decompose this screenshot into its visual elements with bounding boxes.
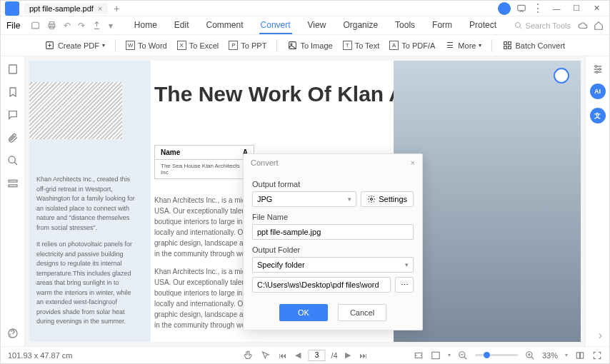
chevron-down-icon[interactable]: ▾ <box>448 352 451 358</box>
batch-convert-button[interactable]: Batch Convert <box>502 41 565 51</box>
gear-icon <box>367 195 376 203</box>
open-icon[interactable] <box>31 21 40 30</box>
page-number-input[interactable] <box>308 350 325 361</box>
view-mode-icon[interactable] <box>431 350 441 360</box>
thumbnails-icon[interactable] <box>7 64 19 75</box>
menu-edit[interactable]: Edit <box>173 17 191 34</box>
user-avatar-icon[interactable] <box>498 2 511 15</box>
bookmarks-icon[interactable] <box>7 86 19 98</box>
svg-rect-22 <box>432 352 440 358</box>
maximize-button[interactable]: ☐ <box>569 2 584 15</box>
convert-toolbar: Create PDF ▾ WTo Word XTo Excel PTo PPT … <box>1 35 609 56</box>
select-tool-icon[interactable] <box>259 350 271 360</box>
zoom-in-button[interactable] <box>525 350 535 360</box>
chat-icon[interactable] <box>516 4 526 14</box>
attachments-icon[interactable] <box>7 132 19 143</box>
prev-page-button[interactable]: ◀ <box>294 350 302 360</box>
file-menu[interactable]: File <box>6 21 20 31</box>
svg-rect-10 <box>504 46 507 49</box>
folder-path-input[interactable] <box>252 277 391 293</box>
ellipsis-icon: ⋯ <box>401 280 409 290</box>
share-badge-icon[interactable] <box>554 68 569 84</box>
scroll-left-button[interactable]: ‹ <box>8 329 11 342</box>
plus-icon <box>45 41 55 51</box>
to-text-button[interactable]: TTo Text <box>343 41 380 50</box>
print-icon[interactable] <box>47 21 56 30</box>
file-name-label: File Name <box>252 213 414 221</box>
undo-icon[interactable]: ↶ <box>64 21 71 31</box>
menu-form[interactable]: Form <box>431 17 454 34</box>
svg-rect-0 <box>518 5 526 11</box>
menu-view[interactable]: View <box>306 17 328 34</box>
more-button[interactable]: ☰More▾ <box>445 41 481 51</box>
to-excel-button[interactable]: XTo Excel <box>177 41 219 50</box>
to-ppt-button[interactable]: PTo PPT <box>229 41 266 50</box>
browse-folder-button[interactable]: ⋯ <box>395 277 414 293</box>
search-tools[interactable]: Search Tools <box>514 21 571 30</box>
statusbar: 101.93 x 47.87 cm ⏮ ◀ /4 ▶ ⏭ ▾ 33% ▾ <box>1 346 609 363</box>
svg-point-19 <box>599 69 601 71</box>
zoom-slider[interactable] <box>475 354 518 356</box>
ai-translate-icon[interactable]: 文 <box>590 108 606 123</box>
first-page-button[interactable]: ⏮ <box>277 351 288 360</box>
share-icon[interactable] <box>92 21 101 30</box>
chevron-down-icon[interactable]: ▾ <box>565 352 568 358</box>
output-format-select[interactable]: JPG ▾ <box>252 191 356 207</box>
fit-width-icon[interactable] <box>414 350 424 360</box>
last-page-button[interactable]: ⏭ <box>358 351 369 360</box>
dimensions-label: 101.93 x 47.87 cm <box>8 351 73 360</box>
svg-rect-15 <box>9 185 17 187</box>
left-sidebar <box>1 56 25 346</box>
image-icon <box>287 41 297 51</box>
search-placeholder: Search Tools <box>526 21 571 30</box>
output-folder-label: Output Folder <box>252 246 414 254</box>
chevron-down-icon: ▾ <box>405 261 409 268</box>
ai-assistant-icon[interactable]: AI <box>590 84 606 99</box>
scroll-right-button[interactable]: › <box>599 329 602 342</box>
minimize-button[interactable]: — <box>549 2 564 15</box>
close-window-button[interactable]: ✕ <box>589 2 604 15</box>
to-image-button[interactable]: To Image <box>287 41 332 51</box>
search-icon <box>514 21 523 30</box>
zoom-out-button[interactable] <box>458 350 468 360</box>
menu-organize[interactable]: Organize <box>341 17 379 34</box>
menu-convert[interactable]: Convert <box>259 17 292 34</box>
svg-point-17 <box>371 198 373 201</box>
dropdown-icon[interactable]: ▾ <box>109 21 113 31</box>
fullscreen-icon[interactable] <box>592 350 602 360</box>
more-menu-icon[interactable]: ⋮ <box>532 1 544 15</box>
settings-button[interactable]: Settings <box>361 191 414 207</box>
to-word-button[interactable]: WTo Word <box>126 41 167 50</box>
menu-comment[interactable]: Comment <box>205 17 245 34</box>
file-name-input[interactable] <box>252 224 414 240</box>
redo-icon[interactable]: ↷ <box>78 21 85 31</box>
fields-icon[interactable] <box>7 178 19 189</box>
svg-rect-14 <box>9 180 17 182</box>
text-icon: T <box>343 41 352 50</box>
cloud-icon[interactable] <box>578 21 588 31</box>
add-tab-button[interactable]: + <box>114 3 119 14</box>
hand-tool-icon[interactable] <box>241 350 254 360</box>
zoom-value: 33% <box>542 351 558 360</box>
document-viewport[interactable]: Khan Architects Inc., created this off-g… <box>25 56 585 346</box>
home-icon[interactable] <box>594 21 604 31</box>
menu-tools[interactable]: Tools <box>394 17 416 34</box>
sliders-icon[interactable] <box>592 64 604 75</box>
to-pdfa-button[interactable]: ATo PDF/A <box>389 41 435 50</box>
comments-icon[interactable] <box>7 109 19 121</box>
menu-home[interactable]: Home <box>133 17 159 34</box>
batch-icon <box>502 41 512 51</box>
chevron-down-icon: ▾ <box>348 196 351 203</box>
close-tab-icon[interactable]: × <box>98 4 102 13</box>
create-pdf-button[interactable]: Create PDF ▾ <box>45 41 105 51</box>
cancel-button[interactable]: Cancel <box>338 304 386 321</box>
folder-mode-select[interactable]: Specify folder ▾ <box>252 257 414 273</box>
dialog-close-button[interactable]: × <box>411 158 415 167</box>
next-page-button[interactable]: ▶ <box>344 350 352 360</box>
document-tab[interactable]: ppt file-sample.pdf × <box>24 3 108 14</box>
search-panel-icon[interactable] <box>7 155 19 166</box>
ok-button[interactable]: OK <box>279 304 328 321</box>
right-sidebar: AI 文 <box>585 56 609 346</box>
read-mode-icon[interactable] <box>575 350 585 360</box>
menu-protect[interactable]: Protect <box>468 17 498 34</box>
